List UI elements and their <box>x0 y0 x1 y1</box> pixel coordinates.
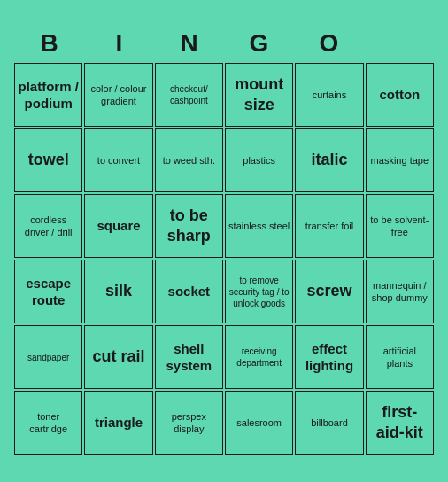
cell-10: italic <box>295 128 363 192</box>
cell-11: masking tape <box>366 128 434 192</box>
cell-27: receiving department <box>225 325 293 389</box>
cell-14: to be sharp <box>155 194 223 258</box>
cell-0: platform / podium <box>14 63 82 127</box>
cell-19: silk <box>84 260 152 323</box>
header-i: I <box>84 27 154 59</box>
header-b: B <box>14 27 84 59</box>
bingo-card: B I N G O platform / podiumcolor / colou… <box>7 20 441 462</box>
cell-31: triangle <box>84 391 152 455</box>
cell-33: salesroom <box>225 391 293 455</box>
cell-20: socket <box>155 260 223 323</box>
header-n: N <box>154 27 224 59</box>
bingo-grid: platform / podiumcolor / colour gradient… <box>14 63 434 455</box>
cell-21: to remove security tag / to unlock goods <box>225 260 293 323</box>
cell-34: billboard <box>295 391 363 455</box>
cell-5: cotton <box>366 63 434 127</box>
cell-22: screw <box>295 260 363 323</box>
cell-23: mannequin / shop dummy <box>366 260 434 323</box>
cell-4: curtains <box>295 63 363 127</box>
header-o: O <box>294 27 364 59</box>
cell-24: sandpaper <box>14 325 82 389</box>
cell-6: towel <box>14 128 82 192</box>
cell-7: to convert <box>84 128 152 192</box>
cell-26: shell system <box>155 325 223 389</box>
cell-18: escape route <box>14 260 82 323</box>
cell-28: effect lighting <box>295 325 363 389</box>
cell-35: first-aid-kit <box>366 391 434 455</box>
cell-12: cordless driver / drill <box>14 194 82 258</box>
cell-16: transfer foil <box>295 194 363 258</box>
header-g: G <box>224 27 294 59</box>
cell-2: checkout/ cashpoint <box>155 63 223 127</box>
cell-32: perspex display <box>155 391 223 455</box>
cell-8: to weed sth. <box>155 128 223 192</box>
cell-13: square <box>84 194 152 258</box>
cell-30: toner cartridge <box>14 391 82 455</box>
cell-3: mount size <box>225 63 293 127</box>
cell-1: color / colour gradient <box>84 63 152 127</box>
cell-15: stainless steel <box>225 194 293 258</box>
cell-17: to be solvent-free <box>366 194 434 258</box>
bingo-header: B I N G O <box>14 27 434 59</box>
cell-9: plastics <box>225 128 293 192</box>
cell-25: cut rail <box>84 325 152 389</box>
cell-29: artificial plants <box>366 325 434 389</box>
